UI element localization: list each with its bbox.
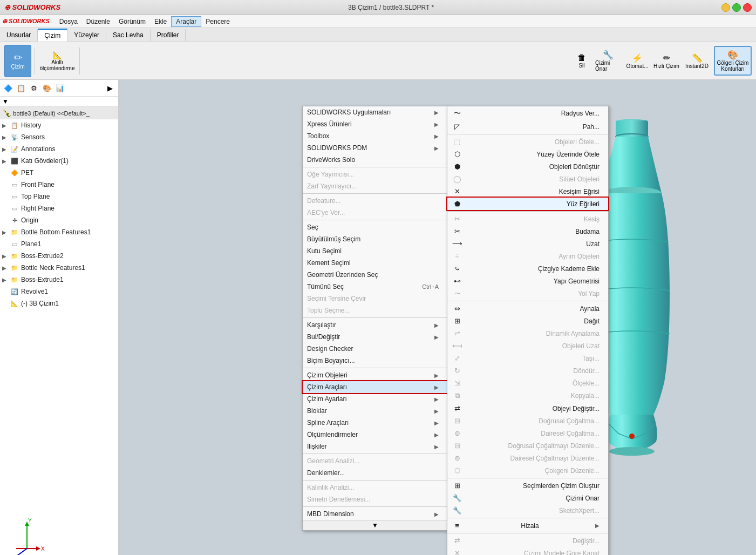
sub-radyus[interactable]: 〜 Radyus Ver...	[447, 106, 608, 120]
sub-yapi-geometrisi[interactable]: ⊷ Yapı Geometrisi	[447, 275, 608, 287]
menu-zarf[interactable]: Zarf Yayınlayıcı...	[303, 180, 447, 192]
tab-sac-levha[interactable]: Sac Levha	[106, 29, 151, 41]
sub-objeleri-donustur[interactable]: ⬢ Objeleri Dönüştür	[447, 160, 608, 173]
tab-unsurlar[interactable]: Unsurlar	[0, 29, 38, 41]
sidebar-expand-arrow[interactable]: ▶	[104, 82, 116, 94]
sub-dogrusal-cogaltma[interactable]: ⊟ Doğrusal Çoğaltma...	[447, 415, 608, 427]
ribbon-cizim-btn[interactable]: ✏ Çizim	[4, 45, 31, 77]
menu-dosya[interactable]: Dosya	[55, 17, 82, 26]
menu-toplu-secme[interactable]: Toplu Seçme...	[303, 304, 447, 316]
tree-item-front-plane[interactable]: ▭ Front Plane	[0, 179, 118, 191]
menu-mbd[interactable]: MBD Dimension ▶	[303, 508, 447, 520]
tree-item-revolve1[interactable]: 🔄 Revolve1	[0, 286, 118, 297]
tree-item-sensors[interactable]: ▶ 📡 Sensors	[0, 131, 118, 143]
menu-kalinlik[interactable]: Kalınlık Analizi...	[303, 482, 447, 493]
sub-aynala[interactable]: ⇔ Aynala	[447, 302, 608, 315]
menu-sw-uygulamalari[interactable]: SOLIDWORKS Uygulamaları ▶	[303, 106, 447, 118]
sub-sketchxpert[interactable]: 🔧 SketchXpert...	[447, 504, 608, 517]
menu-bloklar[interactable]: Bloklar ▶	[303, 405, 447, 417]
sub-dagit[interactable]: ⊞ Dağıt	[447, 315, 608, 327]
tab-profiller[interactable]: Profiller	[151, 29, 186, 41]
menu-oge-yayimcisi[interactable]: Öğe Yayımcısı...	[303, 168, 447, 180]
tree-item-pet[interactable]: 🔶 PET	[0, 167, 118, 179]
cizimi-onar-btn[interactable]: 🔧 Çizimi Onar	[595, 46, 622, 76]
close-btn[interactable]	[743, 3, 752, 12]
tree-item-bottle-neck[interactable]: ▶ 📁 Bottle Neck Features1	[0, 262, 118, 274]
menu-kutu-secimi[interactable]: Kutu Seçimi	[303, 245, 447, 257]
sub-objeyi-degistir[interactable]: ⇄ Objeyi Değiştir...	[447, 402, 608, 415]
menu-sec[interactable]: Seç	[303, 221, 447, 233]
sub-hizala[interactable]: ≡ Hizala ▶	[447, 519, 608, 532]
sil-btn[interactable]: 🗑 Sil	[571, 46, 592, 76]
sidebar-icon-appearance[interactable]: 🎨	[41, 82, 53, 94]
instant2d-btn[interactable]: 📏 Instant2D	[682, 46, 712, 76]
menu-cizim-araclari[interactable]: Çizim Araçları ▶	[303, 381, 447, 393]
tab-yuzeyler[interactable]: Yüzeyler	[67, 29, 106, 41]
sidebar-icon-feature[interactable]: 🔷	[2, 82, 14, 94]
sub-siluet[interactable]: ◯ Silüet Objeleri	[447, 173, 608, 185]
sidebar-icon-property[interactable]: 📋	[15, 82, 27, 94]
menu-simetri[interactable]: Simetri Denetlemesi...	[303, 493, 447, 505]
menu-ekle[interactable]: Ekle	[150, 17, 171, 26]
menu-olcumlendirmeler[interactable]: Ölçümlendirmeler ▶	[303, 429, 447, 441]
menu-driveworks[interactable]: DriveWorks Solo	[303, 154, 447, 166]
menu-spline-araclari[interactable]: Spline Araçları ▶	[303, 417, 447, 429]
menu-defeature[interactable]: Defeature...	[303, 195, 447, 207]
sub-dairesel-duzenle[interactable]: ⊚ Dairesel Çoğaltmayı Düzenle...	[447, 452, 608, 464]
tree-item-3b-cizim1[interactable]: 📐 (-) 3B Çizim1	[0, 297, 118, 309]
sub-dogrusal-duzenle[interactable]: ⊟ Doğrusal Çoğaltmayı Düzenle...	[447, 439, 608, 452]
sub-yuzey-otele[interactable]: ⬡ Yüzey Üzerinde Ötele	[447, 148, 608, 160]
menu-geometri-uzerinden[interactable]: Geometri Üzerinden Seç	[303, 269, 447, 281]
sub-kesisim-egrisi[interactable]: ✕ Kesişim Eğrisi	[447, 185, 608, 198]
otomat-btn[interactable]: ⚡ Otomat...	[624, 46, 651, 76]
sub-ayrim[interactable]: ÷ Ayrım Objeleri	[447, 250, 608, 262]
menu-toolbox[interactable]: Toolbox ▶	[303, 130, 447, 142]
hizli-cizim-btn[interactable]: ✏ Hızlı Çizim	[653, 46, 680, 76]
minimize-btn[interactable]	[721, 3, 730, 12]
menu-duzenle[interactable]: Düzenle	[82, 17, 114, 26]
sub-tasi[interactable]: ⤢ Taşı...	[447, 352, 608, 364]
menu-geometri-analizi[interactable]: Geometri Analizi...	[303, 455, 447, 467]
menu-cizim-objeleri[interactable]: Çizim Objeleri ▶	[303, 369, 447, 381]
sub-objeleri-uzat[interactable]: ⟻ Objeleri Uzat	[447, 340, 608, 352]
menu-xpress[interactable]: Xpress Ürünleri ▶	[303, 118, 447, 130]
menu-tumunu-sec[interactable]: Tümünü Seç Ctrl+A	[303, 281, 447, 293]
sub-secimlerden-cizim[interactable]: ⊞ Seçimlerden Çizim Oluştur	[447, 479, 608, 492]
tree-item-history[interactable]: ▶ 📋 History	[0, 119, 118, 131]
menu-kement[interactable]: Kement Seçimi	[303, 257, 447, 269]
sidebar-icon-config[interactable]: ⚙	[28, 82, 40, 94]
menu-cizim-ayarlari[interactable]: Çizim Ayarları ▶	[303, 393, 447, 405]
sub-yuz-egrileri[interactable]: ⬟ Yüz Eğrileri	[447, 198, 608, 210]
sub-objeleri-otele[interactable]: ⬚ Objeleri Ötele...	[447, 136, 608, 148]
tree-item-kati-govdeler[interactable]: ▶ ⬛ Katı Gövdeler(1)	[0, 155, 118, 167]
sub-cizgiye-kademe[interactable]: ⤿ Çizgiye Kademe Ekle	[447, 262, 608, 275]
tree-item-plane1[interactable]: ▭ Plane1	[0, 238, 118, 250]
maximize-btn[interactable]	[732, 3, 741, 12]
tree-item-origin[interactable]: ✛ Origin	[0, 214, 118, 226]
tree-item-top-plane[interactable]: ▭ Top Plane	[0, 191, 118, 202]
menu-pdm[interactable]: SOLIDWORKS PDM ▶	[303, 142, 447, 154]
menu-iliskiler[interactable]: İlişkiler ▶	[303, 441, 447, 452]
sub-kesit[interactable]: ✂ Kesiş	[447, 213, 608, 225]
sub-pah[interactable]: ◸ Pah...	[447, 120, 608, 133]
sub-yol-yap[interactable]: ⤳ Yol Yap	[447, 287, 608, 300]
sidebar-icon-custom[interactable]: 📊	[54, 82, 66, 94]
menu-scroll-down[interactable]: ▼	[303, 520, 447, 530]
sub-dinamik-aynalama[interactable]: ⇌ Dinamik Aynalama	[447, 327, 608, 340]
tab-cizim[interactable]: Çizim	[38, 29, 67, 42]
sub-cizimi-onar[interactable]: 🔧 Çizimi Onar	[447, 492, 608, 504]
sub-budama[interactable]: ✂ Budama	[447, 225, 608, 238]
menu-denklemler[interactable]: Denklemler...	[303, 467, 447, 479]
tree-item-annotations[interactable]: ▶ 📝 Annotations	[0, 143, 118, 155]
menu-bicim-boyayici[interactable]: Biçim Boyayıcı...	[303, 355, 447, 367]
menu-karsilastir[interactable]: Karşılaştır ▶	[303, 319, 447, 331]
menu-aec[interactable]: AEC'ye Ver...	[303, 207, 447, 219]
menu-buyutulmus[interactable]: Büyütülmüş Seçim	[303, 233, 447, 245]
menu-secimi-tersine[interactable]: Seçimi Tersine Çevir	[303, 293, 447, 304]
sub-olcekle[interactable]: ⇲ Ölçekle...	[447, 377, 608, 389]
ribbon-akilli-btn[interactable]: 📐 Akıllı ölçümlendirme	[38, 45, 76, 77]
menu-araclar[interactable]: Araçlar	[171, 16, 201, 27]
menu-bul-degistir[interactable]: Bul/Değiştir ▶	[303, 331, 447, 343]
sub-uzat[interactable]: ⟶ Uzat	[447, 238, 608, 250]
menu-pencere[interactable]: Pencere	[201, 17, 234, 26]
